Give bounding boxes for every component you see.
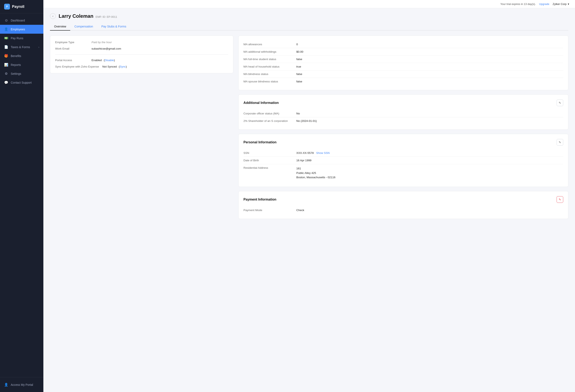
address-line1: 161 <box>296 166 335 171</box>
dob-row: Date of Birth 16 Apr 1999 <box>243 157 563 164</box>
sidebar-item-label: Reports <box>11 63 21 67</box>
dob-value: 16 Apr 1999 <box>296 159 311 162</box>
tab-compensation[interactable]: Compensation <box>70 23 97 31</box>
address-line2: Public Alley 425 <box>296 171 335 175</box>
ma-section: MA allowances 0 MA additional withholdin… <box>238 36 568 90</box>
payment-mode-value: Check <box>296 209 304 212</box>
sidebar-nav: ⊙ Dashboard 👤 Employees 💵 Pay Runs 📄 Tax… <box>0 13 43 377</box>
ma-additional-value: $0.00 <box>296 50 303 53</box>
shareholder-row: 2% Shareholder of an S corporation No (2… <box>243 117 563 124</box>
taxes-icon: 📄 <box>4 45 8 49</box>
dashboard-icon: ⊙ <box>4 18 8 22</box>
employee-details-card: Employee Type Paid by the hour Work Emai… <box>50 36 233 73</box>
personal-info-edit-button[interactable]: ✎ <box>557 139 563 146</box>
sidebar-item-pay-runs[interactable]: 💵 Pay Runs <box>0 34 43 43</box>
edit-pencil-icon: ✎ <box>559 198 561 201</box>
tab-overview[interactable]: Overview <box>50 23 70 31</box>
ma-allowances-label: MA allowances <box>243 43 293 46</box>
sidebar-bottom: 👤 Access My Portal <box>0 377 43 392</box>
sync-action[interactable]: (Sync) <box>119 65 127 68</box>
work-email-row: Work Email subashtcse@gmail.com <box>55 47 228 50</box>
sidebar-logo: P Payroll <box>0 0 43 13</box>
page-content-area: ‹ Larry Coleman EMP. ID: EP-0011 Overvie… <box>43 8 575 392</box>
ma-additional-row: MA additional withholdings $0.00 <box>243 48 563 55</box>
pay-runs-icon: 💵 <box>4 36 8 40</box>
personal-info-section: Personal Information ✎ SSN XXX-XX-5578 S… <box>238 134 568 187</box>
ma-additional-label: MA additional withholdings <box>243 50 293 53</box>
corporate-officer-row: Corporate officer status (MA) No <box>243 110 563 117</box>
dob-label: Date of Birth <box>243 159 293 162</box>
sidebar-item-dashboard[interactable]: ⊙ Dashboard <box>0 16 43 25</box>
employees-icon: 👤 <box>4 27 8 31</box>
logo-icon: P <box>4 4 10 9</box>
payment-info-edit-button[interactable]: ✎ <box>557 196 563 203</box>
content-grid: Employee Type Paid by the hour Work Emai… <box>50 36 568 223</box>
page-header: ‹ Larry Coleman EMP. ID: EP-0011 <box>50 13 568 19</box>
additional-info-edit-button[interactable]: ✎ <box>557 99 563 106</box>
back-icon: ‹ <box>52 14 53 18</box>
address-row: Residential Address 161 Public Alley 425… <box>243 164 563 182</box>
trial-text: Your trial expires in 13 day(s). <box>500 2 536 6</box>
employee-type-label: Employee Type <box>55 41 88 44</box>
sidebar-item-taxes-forms[interactable]: 📄 Taxes & Forms › <box>0 43 43 51</box>
ma-blindness-row: MA blindness status false <box>243 71 563 78</box>
portal-access-label: Portal Access <box>55 59 88 62</box>
company-selector[interactable]: Zylker Corp ▾ <box>553 2 569 6</box>
portal-access-action[interactable]: (Disable) <box>104 59 115 62</box>
ma-allowances-row: MA allowances 0 <box>243 41 563 48</box>
sidebar-item-label: Contact Support <box>11 81 32 84</box>
ssn-masked: XXX-XX-5578 <box>296 151 314 154</box>
tabs-nav: Overview Compensation Pay Stubs & Forms <box>50 23 568 31</box>
ma-student-value: false <box>296 58 302 61</box>
ssn-label: SSN <box>243 151 293 154</box>
additional-info-header: Additional Information ✎ <box>243 99 563 106</box>
main-content: Your trial expires in 13 day(s). Upgrade… <box>43 0 575 392</box>
benefits-icon: 🎁 <box>4 54 8 58</box>
reports-icon: 📊 <box>4 63 8 67</box>
sidebar-item-label: Employees <box>11 28 25 31</box>
employee-name: Larry Coleman <box>59 13 93 19</box>
sidebar-item-reports[interactable]: 📊 Reports <box>0 60 43 69</box>
personal-info-title: Personal Information <box>243 141 277 144</box>
payment-mode-row: Payment Mode Check <box>243 207 563 214</box>
employee-type-row: Employee Type Paid by the hour <box>55 41 228 44</box>
portal-access-status: Enabled <box>92 59 102 62</box>
sync-status: Not Synced <box>102 65 117 68</box>
edit-pencil-icon: ✎ <box>559 101 561 104</box>
portal-label: Access My Portal <box>11 383 33 386</box>
sidebar-item-contact-support[interactable]: 💬 Contact Support <box>0 78 43 87</box>
ma-household-row: MA head of household status true <box>243 63 563 71</box>
ma-spouse-value: false <box>296 80 302 83</box>
ma-student-row: MA full-time student status false <box>243 55 563 63</box>
employee-id: EMP. ID: EP-0011 <box>96 15 117 18</box>
sidebar-item-label: Taxes & Forms <box>11 46 30 49</box>
sidebar-item-settings[interactable]: ⚙ Settings <box>0 69 43 78</box>
payment-info-header: Payment Information ✎ <box>243 196 563 203</box>
sidebar-item-employees[interactable]: 👤 Employees <box>0 25 43 34</box>
portal-icon: 👤 <box>4 383 8 387</box>
address-label: Residential Address <box>243 166 293 180</box>
back-button[interactable]: ‹ <box>50 13 56 19</box>
ma-blindness-value: false <box>296 73 302 75</box>
upgrade-link[interactable]: Upgrade <box>539 2 549 6</box>
ma-allowances-value: 0 <box>296 43 298 46</box>
sync-value: Not Synced (Sync) <box>102 65 127 68</box>
tab-pay-stubs-forms[interactable]: Pay Stubs & Forms <box>97 23 131 31</box>
personal-info-header: Personal Information ✎ <box>243 139 563 146</box>
company-chevron-icon: ▾ <box>568 2 569 6</box>
right-panel: MA allowances 0 MA additional withholdin… <box>238 36 568 223</box>
portal-access-row: Portal Access Enabled (Disable) <box>55 59 228 62</box>
portal-access-value: Enabled (Disable) <box>92 59 115 62</box>
taxes-arrow-icon: › <box>38 46 39 48</box>
sidebar-item-label: Pay Runs <box>11 37 23 40</box>
ma-spouse-row: MA spouse blindness status false <box>243 78 563 85</box>
sidebar-item-benefits[interactable]: 🎁 Benefits <box>0 51 43 60</box>
work-email-value: subashtcse@gmail.com <box>92 47 121 50</box>
edit-pencil-icon: ✎ <box>559 141 561 144</box>
access-portal-item[interactable]: 👤 Access My Portal <box>4 381 39 389</box>
ma-student-label: MA full-time student status <box>243 58 293 61</box>
show-ssn-link[interactable]: Show SSN <box>316 151 330 154</box>
page-title: Larry Coleman EMP. ID: EP-0011 <box>59 13 117 19</box>
address-line3: Boston, Massachusetts - 02116 <box>296 175 335 180</box>
ssn-value: XXX-XX-5578 Show SSN <box>296 151 330 154</box>
